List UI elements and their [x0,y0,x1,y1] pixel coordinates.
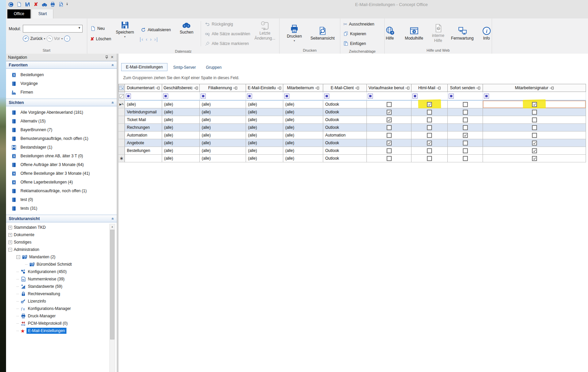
checkbox-checked[interactable] [387,110,392,115]
nav-item-offene-aufträge-älter-3-monate-64[interactable]: Offene Aufträge älter 3 Monate (64) [6,160,117,169]
nav-item-test-0[interactable]: test (0) [6,195,117,204]
collapse-icon[interactable]: − [8,248,12,252]
checkbox-unchecked[interactable] [427,156,432,161]
column-header-sofort-senden[interactable]: Sofort senden [448,84,483,92]
save-icon[interactable] [24,1,31,7]
tree-item-konfigurations-manager[interactable]: Konfigurations-Manager [6,305,117,312]
nav-item-bestandslager-1[interactable]: Bestandslager (1) [6,143,117,152]
search-button[interactable]: Suchen [175,20,198,48]
cell-geschäftsbereic[interactable]: (alle) [162,116,200,124]
checkbox-checked[interactable] [463,133,468,138]
cell-mitarbeiternum[interactable]: (alle) [283,116,323,124]
cell-mitarbeitersignatur[interactable] [483,155,586,162]
tree-item-administration[interactable]: −Administration [6,246,117,253]
nav-item-bestellungen[interactable]: Bestellungen [6,70,117,79]
cell-mitarbeitersignatur[interactable] [483,131,586,139]
cell-mitarbeiternum[interactable]: (alle) [283,101,323,108]
cell-html-mail[interactable] [411,101,448,108]
last-record-button[interactable]: ›| [154,37,158,42]
filter-button-icon[interactable] [449,94,454,99]
forward-circle-icon[interactable]: ↷ [47,36,53,42]
cell-sofort-senden[interactable] [448,139,483,147]
cell-mitarbeiternum[interactable]: (alle) [283,155,323,162]
tree-item-standardwerte-59[interactable]: Standardwerte (59) [6,283,117,290]
column-header-html-mail[interactable]: Html-Mail [411,84,448,92]
expand-icon[interactable]: + [8,233,12,237]
cell-mitarbeiternum[interactable]: (alle) [283,147,323,155]
cell-e-mail-client[interactable]: Outlook [323,101,367,108]
cell-mitarbeitersignatur[interactable] [483,124,586,131]
checkbox-checked[interactable] [427,141,432,146]
cell-dokumentenart[interactable]: Automation [125,131,162,139]
checkbox-unchecked[interactable] [427,148,432,153]
forward-button[interactable]: Vor [54,36,60,41]
cell-vorlaufmaske-benut[interactable] [367,147,411,155]
cell-mitarbeitersignatur[interactable] [483,108,586,116]
filter-cell-sofort-senden[interactable] [448,92,483,101]
group-header-favoriten[interactable]: Favoriten « [6,61,117,69]
tab-start[interactable]: Start [32,9,53,18]
module-help-button[interactable]: Modulhilfe [403,25,426,41]
checkbox-checked[interactable] [427,102,432,107]
search-icon[interactable] [41,1,47,7]
group-header-strukturansicht[interactable]: Strukturansicht « [6,215,117,222]
print-icon[interactable] [50,1,56,7]
cell-html-mail[interactable] [411,124,448,131]
column-header-geschäftsbereic[interactable]: Geschäftsbereic [162,84,200,92]
tree-item-mandanten-2[interactable]: −Mandanten (2) [6,253,117,261]
nav-item-bestellungen-ohne-ab-älter-3-t-0[interactable]: Bestellungen ohne AB, älter 3 T (0) [6,152,117,160]
collapse-chevron-icon[interactable]: « [111,217,115,220]
cell-mitarbeiternum[interactable]: (alle) [283,108,323,116]
internal-help-button[interactable]: interne Hilfe [427,23,450,44]
print-preview-icon[interactable] [58,1,64,7]
cell-filialkennung[interactable]: (alle) [200,139,246,147]
nav-item-vorgänge[interactable]: Vorgänge [6,79,117,88]
cell-geschäftsbereic[interactable]: (alle) [162,101,200,108]
collapse-icon[interactable]: − [16,255,20,259]
nav-item-reklamationsaufträge-noch-offen-1[interactable]: Reklamationsaufträge, noch offen (1) [6,187,117,195]
tree-item-druck-manager[interactable]: Druck-Manager [6,312,117,320]
cell-dokumentenart[interactable]: Verbindungsmail [125,108,162,116]
checkbox-unchecked[interactable] [427,125,432,130]
tree-item-nummernkreise-39[interactable]: Nummernkreise (39) [6,275,117,283]
tab-smtp-server[interactable]: Smtp-Server [169,64,200,71]
tab-office[interactable]: Office [7,9,31,18]
nav-item-firmen[interactable]: Firmen [6,88,117,97]
checkbox-unchecked[interactable] [463,102,468,107]
customize-quick-access-icon[interactable]: ▾ [66,3,68,6]
first-record-button[interactable]: |‹ [140,37,144,42]
checkbox-unchecked[interactable] [387,133,392,138]
checkbox-checked[interactable] [387,141,392,146]
undo-button[interactable]: Rückgängig [204,20,251,28]
cell-dokumentenart[interactable]: Angebote [125,139,162,147]
cell-mitarbeiternum[interactable]: (alle) [283,139,323,147]
checkbox-unchecked[interactable] [387,148,392,153]
cell-vorlaufmaske-benut[interactable] [367,116,411,124]
checkbox-unchecked[interactable] [387,102,392,107]
cell-mitarbeitersignatur[interactable] [483,101,586,108]
column-header-vorlaufmaske-benut[interactable]: Vorlaufmaske benut [367,84,411,92]
print-button[interactable]: Drucken ▾ [283,23,306,43]
tree-item-lizenzinfo[interactable]: Lizenzinfo [6,298,117,305]
filter-button-icon[interactable] [284,94,289,99]
forward-dropdown-icon[interactable]: ▾ [61,37,63,40]
mark-all-records-button[interactable]: Alle Sätze markieren [204,39,251,48]
checkbox-checked[interactable] [532,148,537,153]
filter-cell-dokumentenart[interactable] [125,92,162,101]
help-button[interactable]: Hilfe [379,25,401,41]
checkbox-unchecked[interactable] [387,156,392,161]
last-change-button[interactable]: Letzte Änderung... [253,20,277,48]
cell-e-mail-einstellu[interactable]: (alle) [246,101,283,108]
column-header-e-mail-einstellu[interactable]: E-Mail-Einstellu [246,84,283,92]
remote-maintenance-button[interactable]: Fernwartung [451,25,474,41]
column-header-mitarbeiternum[interactable]: Mitarbeiternum [283,84,323,92]
back-button[interactable]: Zurück [30,36,43,41]
cell-e-mail-einstellu[interactable]: (alle) [246,108,283,116]
checkbox-unchecked[interactable] [532,133,537,138]
cell-vorlaufmaske-benut[interactable] [367,131,411,139]
next-record-button[interactable]: › [150,37,152,42]
page-preview-button[interactable]: Seitenansicht [308,25,337,41]
checkbox-unchecked[interactable] [463,141,468,146]
cell-geschäftsbereic[interactable]: (alle) [162,155,200,162]
filter-cell-geschäftsbereic[interactable] [162,92,200,101]
